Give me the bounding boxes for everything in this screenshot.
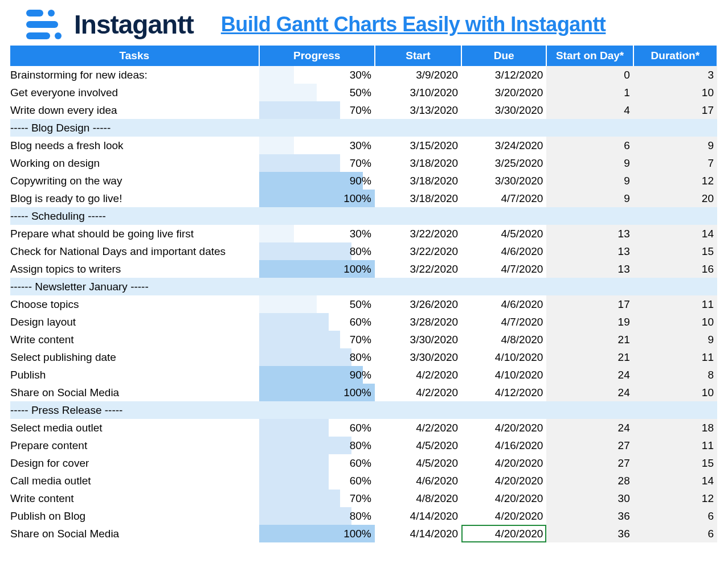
due-date-cell[interactable]: 3/25/2020 xyxy=(461,154,546,172)
start-on-day-cell[interactable]: 9 xyxy=(546,190,633,207)
due-date-cell[interactable]: 4/8/2020 xyxy=(461,331,546,348)
duration-cell[interactable]: 15 xyxy=(633,242,717,260)
start-date-cell[interactable]: 4/2/2020 xyxy=(375,384,461,401)
progress-cell[interactable]: 80% xyxy=(259,348,375,366)
task-cell[interactable]: Prepare content xyxy=(10,437,259,454)
progress-cell[interactable]: 30% xyxy=(259,66,375,84)
start-on-day-cell[interactable]: 17 xyxy=(546,295,633,313)
duration-cell[interactable]: 9 xyxy=(633,331,717,348)
start-date-cell[interactable]: 3/26/2020 xyxy=(375,295,461,313)
duration-cell[interactable]: 10 xyxy=(633,313,717,331)
duration-cell[interactable]: 20 xyxy=(633,190,717,207)
due-date-cell[interactable]: 4/5/2020 xyxy=(461,225,546,242)
start-on-day-cell[interactable]: 13 xyxy=(546,260,633,278)
task-cell[interactable]: Check for National Days and important da… xyxy=(10,242,259,260)
start-date-cell[interactable]: 3/22/2020 xyxy=(375,225,461,242)
start-date-cell[interactable]: 3/22/2020 xyxy=(375,260,461,278)
task-cell[interactable]: Working on design xyxy=(10,154,259,172)
duration-cell[interactable]: 15 xyxy=(633,454,717,472)
duration-cell[interactable]: 12 xyxy=(633,172,717,190)
progress-cell[interactable]: 60% xyxy=(259,419,375,437)
col-header-progress[interactable]: Progress xyxy=(259,46,375,66)
progress-cell[interactable]: 90% xyxy=(259,172,375,190)
start-on-day-cell[interactable]: 19 xyxy=(546,313,633,331)
task-cell[interactable]: Get everyone involved xyxy=(10,84,259,101)
start-on-day-cell[interactable]: 24 xyxy=(546,366,633,384)
due-date-cell[interactable]: 4/20/2020 xyxy=(461,419,546,437)
task-cell[interactable]: Write down every idea xyxy=(10,101,259,119)
start-date-cell[interactable]: 4/14/2020 xyxy=(375,507,461,525)
progress-cell[interactable]: 80% xyxy=(259,507,375,525)
start-on-day-cell[interactable]: 4 xyxy=(546,101,633,119)
start-on-day-cell[interactable]: 6 xyxy=(546,137,633,154)
progress-cell[interactable]: 70% xyxy=(259,331,375,348)
duration-cell[interactable]: 11 xyxy=(633,348,717,366)
start-date-cell[interactable]: 4/2/2020 xyxy=(375,366,461,384)
progress-cell[interactable]: 60% xyxy=(259,454,375,472)
task-cell[interactable]: Call media outlet xyxy=(10,472,259,490)
task-cell[interactable]: Choose topics xyxy=(10,295,259,313)
col-header-start[interactable]: Start xyxy=(375,46,461,66)
start-date-cell[interactable]: 4/5/2020 xyxy=(375,454,461,472)
start-on-day-cell[interactable]: 24 xyxy=(546,384,633,401)
duration-cell[interactable]: 10 xyxy=(633,384,717,401)
col-header-due[interactable]: Due xyxy=(461,46,546,66)
start-on-day-cell[interactable]: 9 xyxy=(546,172,633,190)
task-cell[interactable]: Write content xyxy=(10,490,259,507)
due-date-cell[interactable]: 4/10/2020 xyxy=(461,366,546,384)
task-cell[interactable]: Assign topics to writers xyxy=(10,260,259,278)
duration-cell[interactable]: 8 xyxy=(633,366,717,384)
duration-cell[interactable]: 18 xyxy=(633,419,717,437)
due-date-cell[interactable]: 4/7/2020 xyxy=(461,260,546,278)
start-date-cell[interactable]: 4/6/2020 xyxy=(375,472,461,490)
start-date-cell[interactable]: 3/18/2020 xyxy=(375,172,461,190)
due-date-cell[interactable]: 4/7/2020 xyxy=(461,190,546,207)
progress-cell[interactable]: 70% xyxy=(259,154,375,172)
task-cell[interactable]: Share on Social Media xyxy=(10,525,259,542)
progress-cell[interactable]: 70% xyxy=(259,101,375,119)
start-date-cell[interactable]: 3/30/2020 xyxy=(375,331,461,348)
start-date-cell[interactable]: 4/2/2020 xyxy=(375,419,461,437)
start-on-day-cell[interactable]: 21 xyxy=(546,348,633,366)
duration-cell[interactable]: 7 xyxy=(633,154,717,172)
duration-cell[interactable]: 16 xyxy=(633,260,717,278)
progress-cell[interactable]: 100% xyxy=(259,190,375,207)
duration-cell[interactable]: 12 xyxy=(633,490,717,507)
due-date-cell[interactable]: 4/10/2020 xyxy=(461,348,546,366)
col-header-start-on-day[interactable]: Start on Day* xyxy=(546,46,633,66)
start-on-day-cell[interactable]: 24 xyxy=(546,419,633,437)
start-date-cell[interactable]: 4/5/2020 xyxy=(375,437,461,454)
due-date-cell[interactable]: 4/6/2020 xyxy=(461,295,546,313)
duration-cell[interactable]: 9 xyxy=(633,137,717,154)
progress-cell[interactable]: 80% xyxy=(259,242,375,260)
progress-cell[interactable]: 100% xyxy=(259,525,375,542)
start-on-day-cell[interactable]: 21 xyxy=(546,331,633,348)
progress-cell[interactable]: 70% xyxy=(259,490,375,507)
due-date-cell[interactable]: 4/7/2020 xyxy=(461,313,546,331)
progress-cell[interactable]: 100% xyxy=(259,384,375,401)
due-date-cell[interactable]: 4/20/2020 xyxy=(461,525,546,542)
start-date-cell[interactable]: 3/15/2020 xyxy=(375,137,461,154)
start-on-day-cell[interactable]: 13 xyxy=(546,242,633,260)
start-on-day-cell[interactable]: 9 xyxy=(546,154,633,172)
task-cell[interactable]: Copywriting on the way xyxy=(10,172,259,190)
start-date-cell[interactable]: 3/9/2020 xyxy=(375,66,461,84)
task-cell[interactable]: Publish xyxy=(10,366,259,384)
due-date-cell[interactable]: 4/12/2020 xyxy=(461,384,546,401)
start-on-day-cell[interactable]: 30 xyxy=(546,490,633,507)
start-on-day-cell[interactable]: 36 xyxy=(546,507,633,525)
progress-cell[interactable]: 50% xyxy=(259,84,375,101)
duration-cell[interactable]: 6 xyxy=(633,507,717,525)
start-date-cell[interactable]: 4/8/2020 xyxy=(375,490,461,507)
progress-cell[interactable]: 60% xyxy=(259,313,375,331)
start-date-cell[interactable]: 4/14/2020 xyxy=(375,525,461,542)
progress-cell[interactable]: 50% xyxy=(259,295,375,313)
progress-cell[interactable]: 30% xyxy=(259,137,375,154)
start-date-cell[interactable]: 3/13/2020 xyxy=(375,101,461,119)
start-date-cell[interactable]: 3/18/2020 xyxy=(375,154,461,172)
start-on-day-cell[interactable]: 1 xyxy=(546,84,633,101)
task-cell[interactable]: Design for cover xyxy=(10,454,259,472)
start-on-day-cell[interactable]: 27 xyxy=(546,454,633,472)
due-date-cell[interactable]: 3/30/2020 xyxy=(461,101,546,119)
progress-cell[interactable]: 60% xyxy=(259,472,375,490)
